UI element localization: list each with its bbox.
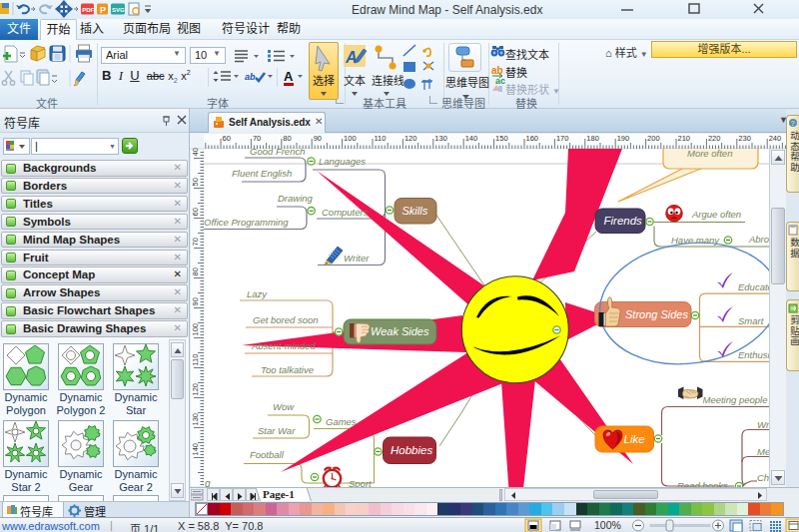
svg-text:A: A — [345, 49, 358, 66]
svg-text:220: 220 — [708, 134, 721, 143]
svg-text:110: 110 — [375, 134, 387, 143]
svg-text:ab: ab — [245, 72, 256, 82]
svg-text:Wr: Wr — [757, 419, 769, 430]
svg-text:80: 80 — [191, 267, 200, 275]
svg-text:240: 240 — [769, 134, 782, 143]
svg-text:PDF: PDF — [82, 7, 94, 13]
svg-text:70: 70 — [253, 134, 261, 143]
svg-text:Educated: Educated — [738, 281, 769, 292]
svg-text:100%: 100% — [594, 519, 621, 531]
svg-text:200: 200 — [647, 134, 660, 143]
svg-text:ac: ac — [495, 76, 505, 86]
svg-text:SVG: SVG — [112, 7, 125, 13]
svg-text:160: 160 — [526, 134, 539, 143]
svg-text:Meeting people: Meeting people — [703, 394, 768, 405]
svg-text:Firends: Firends — [604, 215, 643, 227]
svg-text:Office Programming: Office Programming — [204, 217, 289, 228]
svg-text:Me: Me — [757, 446, 769, 457]
svg-text:70: 70 — [191, 238, 200, 246]
svg-text:80: 80 — [283, 134, 291, 143]
svg-text:文本: 文本 — [344, 74, 366, 87]
svg-text:Sport: Sport — [349, 478, 372, 487]
svg-text:A: A — [284, 69, 294, 84]
svg-text:60: 60 — [191, 208, 200, 216]
svg-text:100: 100 — [191, 323, 200, 336]
svg-text:Enthusiastic: Enthusiastic — [738, 349, 769, 360]
svg-text:选择: 选择 — [313, 74, 335, 87]
svg-text:Smart: Smart — [738, 315, 764, 326]
svg-text:Like: Like — [624, 433, 645, 445]
svg-text:Get bored soon: Get bored soon — [253, 314, 319, 325]
svg-text:120: 120 — [191, 383, 200, 396]
svg-text:Computers: Computers — [322, 207, 369, 218]
svg-text:Ch: Ch — [757, 472, 769, 483]
svg-text:Drawing: Drawing — [278, 193, 314, 204]
svg-text:130: 130 — [434, 134, 447, 143]
svg-text:ab: ab — [491, 65, 503, 76]
svg-text:140: 140 — [191, 443, 200, 456]
svg-text:Skills: Skills — [402, 205, 428, 217]
svg-text:Good French: Good French — [250, 149, 305, 157]
svg-text:150: 150 — [495, 134, 508, 143]
svg-text:More often: More often — [687, 149, 732, 159]
svg-text:230: 230 — [738, 134, 751, 143]
svg-text:?: ? — [791, 120, 795, 127]
svg-text:90: 90 — [314, 134, 322, 143]
svg-text:Weak Sides: Weak Sides — [371, 325, 429, 337]
svg-text:180: 180 — [586, 134, 599, 143]
svg-text:100: 100 — [344, 134, 357, 143]
svg-text:P: P — [100, 5, 106, 15]
svg-text:Absent-minded: Absent-minded — [251, 340, 317, 351]
svg-text:Lazy: Lazy — [247, 288, 268, 299]
svg-text:140: 140 — [465, 134, 478, 143]
svg-text:Fluent English: Fluent English — [232, 168, 292, 179]
svg-text:Argue often: Argue often — [691, 209, 741, 220]
svg-text:Abro: Abro — [748, 234, 769, 245]
svg-text:110: 110 — [191, 354, 200, 366]
svg-text:Languages: Languages — [319, 156, 366, 167]
svg-text:Star War: Star War — [258, 425, 296, 436]
svg-text:g: g — [205, 478, 211, 487]
svg-text:Wow: Wow — [273, 401, 295, 412]
svg-text:50: 50 — [191, 178, 200, 186]
svg-text:Too talkative: Too talkative — [261, 364, 314, 375]
svg-text:Games: Games — [326, 416, 357, 427]
svg-text:60: 60 — [223, 134, 231, 143]
svg-text:120: 120 — [404, 134, 417, 143]
svg-text:130: 130 — [191, 413, 200, 426]
svg-text:170: 170 — [556, 134, 569, 143]
svg-text:Read books: Read books — [677, 480, 728, 487]
svg-text:Football: Football — [250, 449, 285, 460]
svg-text:Have many: Have many — [671, 235, 720, 246]
svg-text:Writer: Writer — [344, 253, 370, 264]
svg-text:Strong Sides: Strong Sides — [625, 308, 688, 320]
svg-text:90: 90 — [191, 297, 200, 305]
svg-text:190: 190 — [617, 134, 630, 143]
svg-text:210: 210 — [678, 134, 691, 143]
svg-text:40: 40 — [191, 148, 200, 156]
svg-text:Hobbies: Hobbies — [391, 444, 432, 456]
